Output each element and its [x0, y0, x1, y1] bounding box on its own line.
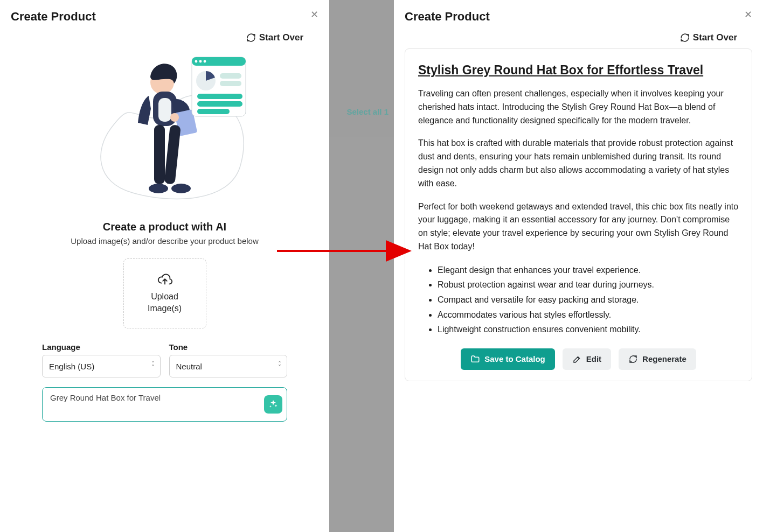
tone-select[interactable]: Neutral ˄˅: [169, 355, 288, 377]
background-dim: Select all 1: [329, 0, 394, 532]
tone-label: Tone: [169, 342, 288, 352]
prompt-input[interactable]: Grey Round Hat Box for Travel: [42, 387, 287, 422]
result-card: Stylish Grey Round Hat Box for Effortles…: [405, 48, 752, 381]
svg-rect-2: [158, 98, 171, 122]
language-value: English (US): [49, 362, 94, 371]
upload-label-2: Image(s): [148, 304, 182, 313]
list-item: Lightweight construction ensures conveni…: [438, 323, 739, 337]
svg-rect-19: [197, 109, 230, 114]
folder-icon: [470, 354, 480, 364]
list-item: Robust protection against wear and tear …: [438, 278, 739, 292]
language-label: Language: [42, 342, 161, 352]
svg-rect-18: [197, 101, 242, 107]
result-paragraph: Traveling can often present challenges, …: [418, 87, 739, 127]
edit-icon: [572, 354, 582, 364]
result-paragraph: Perfect for both weekend getaways and ex…: [418, 200, 739, 254]
chevron-updown-icon: ˄˅: [151, 362, 155, 370]
illustration: [11, 53, 318, 214]
svg-rect-16: [220, 81, 241, 86]
result-title: Stylish Grey Round Hat Box for Effortles…: [418, 63, 739, 78]
create-heading: Create a product with AI: [11, 221, 318, 233]
svg-point-13: [203, 60, 206, 63]
svg-rect-5: [154, 125, 165, 184]
create-product-panel-result: Create Product ✕ Start Over Stylish Grey…: [394, 0, 763, 532]
regenerate-button[interactable]: Regenerate: [619, 348, 696, 370]
start-over-label: Start Over: [259, 32, 303, 43]
svg-rect-15: [220, 73, 241, 79]
save-label: Save to Catalog: [484, 354, 545, 363]
list-item: Accommodates various hat styles effortle…: [438, 308, 739, 322]
select-all-link[interactable]: Select all 1: [346, 107, 389, 116]
upload-images-button[interactable]: UploadImage(s): [123, 258, 206, 328]
regen-label: Regenerate: [642, 354, 686, 363]
refresh-icon: [680, 33, 690, 43]
generate-button[interactable]: [264, 395, 282, 414]
chevron-updown-icon: ˄˅: [278, 362, 281, 370]
edit-label: Edit: [586, 354, 601, 363]
svg-point-11: [195, 60, 197, 63]
svg-point-12: [199, 60, 202, 63]
close-icon[interactable]: ✕: [744, 10, 752, 19]
refresh-icon: [246, 33, 256, 43]
start-over-label: Start Over: [693, 32, 737, 43]
language-select[interactable]: English (US) ˄˅: [42, 355, 161, 377]
svg-rect-6: [164, 124, 181, 184]
edit-button[interactable]: Edit: [563, 348, 611, 370]
result-paragraph: This hat box is crafted with durable mat…: [418, 137, 739, 190]
list-item: Compact and versatile for easy packing a…: [438, 293, 739, 307]
panel-title: Create Product: [11, 10, 96, 24]
cloud-upload-icon: [157, 272, 173, 288]
result-bullets: Elegant design that enhances your travel…: [438, 263, 739, 337]
create-subtext: Upload image(s) and/or describe your pro…: [11, 236, 318, 246]
prompt-value: Grey Round Hat Box for Travel: [50, 393, 161, 402]
upload-label-1: Upload: [151, 292, 178, 301]
svg-point-8: [171, 184, 191, 193]
list-item: Elegant design that enhances your travel…: [438, 263, 739, 277]
svg-point-7: [149, 184, 168, 193]
panel-title: Create Product: [405, 10, 490, 24]
create-product-panel-input: Create Product ✕ Start Over: [0, 0, 329, 532]
svg-rect-17: [197, 94, 242, 99]
tone-value: Neutral: [176, 362, 202, 371]
sparkle-icon: [268, 399, 279, 410]
save-to-catalog-button[interactable]: Save to Catalog: [461, 348, 555, 370]
close-icon[interactable]: ✕: [310, 10, 318, 19]
svg-point-4: [170, 113, 179, 122]
start-over-button[interactable]: Start Over: [405, 32, 737, 43]
regenerate-icon: [628, 354, 638, 364]
start-over-button[interactable]: Start Over: [11, 32, 303, 43]
